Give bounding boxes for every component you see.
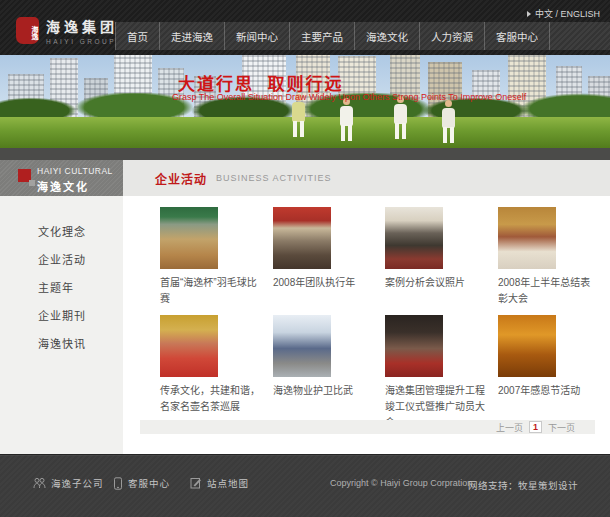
company-name-cn: 海逸集团 xyxy=(46,16,118,36)
main-panel: 企业活动 BUSINESS ACTIVITIES 首届“海逸杯”羽毛球比赛 20… xyxy=(123,160,610,454)
sidebar-menu: 文化理念 企业活动 主题年 企业期刊 海逸快讯 xyxy=(0,218,123,358)
activity-photo[interactable] xyxy=(385,207,443,269)
activity-photo[interactable] xyxy=(160,315,218,377)
nav-item-hr[interactable]: 人力资源 xyxy=(420,22,485,50)
hero-banner: 大道行思 取则行远 Grasp The Overall Situation Dr… xyxy=(0,55,610,148)
prev-page-button[interactable]: 上一页 xyxy=(496,421,523,434)
nav-item-label: 新闻中心 xyxy=(236,29,278,44)
sidebar-item-culture-idea[interactable]: 文化理念 xyxy=(0,218,123,246)
activity-photo[interactable] xyxy=(498,207,556,269)
person-figure xyxy=(340,106,353,126)
logo-text: 海逸集团 HAIYI GROUP xyxy=(46,16,118,45)
activity-caption[interactable]: 传承文化，共建和谐，名家名壶名茶巡展 xyxy=(160,383,261,415)
nav-item-label: 海逸文化 xyxy=(366,29,408,44)
sidebar: HAIYI CULTURAL 海逸文化 文化理念 企业活动 主题年 企业期刊 海… xyxy=(0,160,123,454)
activity-caption[interactable]: 案例分析会议照片 xyxy=(385,275,486,291)
brand-mark-icon xyxy=(18,169,31,182)
activity-item: 2008年上半年总结表彰大会 xyxy=(498,207,599,307)
sidebar-title-en: HAIYI CULTURAL xyxy=(37,166,113,176)
next-page-button[interactable]: 下一页 xyxy=(548,421,575,434)
activity-item: 首届“海逸杯”羽毛球比赛 xyxy=(160,207,261,307)
support-credit-text: 网络支持：牧星策划设计 xyxy=(468,478,578,492)
person-figure xyxy=(442,108,455,128)
activity-caption[interactable]: 海逸物业护卫比武 xyxy=(273,383,374,399)
sidebar-item-activities[interactable]: 企业活动 xyxy=(0,246,123,274)
nav-item-label: 人力资源 xyxy=(431,29,473,44)
company-name-en: HAIYI GROUP xyxy=(46,38,118,45)
nav-item-about[interactable]: 走进海逸 xyxy=(160,22,225,50)
language-switch[interactable]: 中文 / ENGLISH xyxy=(527,7,600,20)
activity-caption[interactable]: 2008年团队执行年 xyxy=(273,275,374,291)
activity-photo[interactable] xyxy=(385,315,443,377)
footer-link-subsidiaries[interactable]: 海逸子公司 xyxy=(33,476,104,490)
activity-item: 海逸物业护卫比武 xyxy=(273,315,374,399)
nav-item-culture[interactable]: 海逸文化 xyxy=(355,22,420,50)
banner-slogan-en: Grasp The Overall Situation Draw Widely … xyxy=(172,92,526,102)
footer-link-label: 客服中心 xyxy=(128,476,170,490)
footer-link-label: 站点地图 xyxy=(207,476,249,490)
nav-item-label: 主要产品 xyxy=(301,29,343,44)
page: 海逸 海逸集团 HAIYI GROUP 中文 / ENGLISH 首页 走进海逸… xyxy=(0,0,610,517)
site-footer: 海逸子公司 客服中心 站点地图 Copyright © Haiyi Group … xyxy=(0,454,610,517)
subsidiary-icon xyxy=(33,477,46,489)
footer-link-service[interactable]: 客服中心 xyxy=(113,476,170,490)
content-section: HAIYI CULTURAL 海逸文化 文化理念 企业活动 主题年 企业期刊 海… xyxy=(0,160,610,454)
nav-item-home[interactable]: 首页 xyxy=(115,22,160,50)
person-figure xyxy=(394,104,407,124)
logo-seal-icon: 海逸 xyxy=(16,17,39,44)
grass-field xyxy=(0,117,610,148)
person-figure xyxy=(292,102,305,122)
activity-photo[interactable] xyxy=(273,207,331,269)
activity-caption[interactable]: 首届“海逸杯”羽毛球比赛 xyxy=(160,275,261,307)
footer-link-sitemap[interactable]: 站点地图 xyxy=(190,476,249,490)
activity-caption[interactable]: 2008年上半年总结表彰大会 xyxy=(498,275,599,307)
company-logo[interactable]: 海逸 海逸集团 HAIYI GROUP xyxy=(16,16,118,45)
sitemap-icon xyxy=(190,477,202,489)
arrow-right-icon xyxy=(527,11,531,17)
sidebar-item-theme-year[interactable]: 主题年 xyxy=(0,274,123,302)
copyright-text: Copyright © Haiyi Group Corpration xyxy=(330,478,472,488)
sidebar-item-periodical[interactable]: 企业期刊 xyxy=(0,302,123,330)
nav-item-news[interactable]: 新闻中心 xyxy=(225,22,290,50)
nav-item-label: 客服中心 xyxy=(496,29,538,44)
activity-item: 2008年团队执行年 xyxy=(273,207,374,291)
nav-item-label: 首页 xyxy=(127,29,148,44)
footer-link-label: 海逸子公司 xyxy=(51,476,104,490)
activity-item: 传承文化，共建和谐，名家名壶名茶巡展 xyxy=(160,315,261,415)
page-title-bar: 企业活动 BUSINESS ACTIVITIES xyxy=(123,160,610,196)
pagination: 上一页 1 下一页 xyxy=(140,420,595,434)
nav-item-products[interactable]: 主要产品 xyxy=(290,22,355,50)
page-title-cn: 企业活动 xyxy=(155,170,207,187)
nav-item-label: 走进海逸 xyxy=(171,29,213,44)
sidebar-item-express[interactable]: 海逸快讯 xyxy=(0,330,123,358)
section-divider xyxy=(0,148,610,160)
activity-item: 案例分析会议照片 xyxy=(385,207,486,291)
main-nav: 首页 走进海逸 新闻中心 主要产品 海逸文化 人力资源 客服中心 xyxy=(115,22,610,50)
language-switch-label: 中文 / ENGLISH xyxy=(535,7,600,20)
sidebar-header: HAIYI CULTURAL 海逸文化 xyxy=(0,160,123,196)
service-icon xyxy=(113,477,123,490)
current-page-number[interactable]: 1 xyxy=(529,421,542,433)
activity-photo[interactable] xyxy=(498,315,556,377)
site-header: 海逸 海逸集团 HAIYI GROUP 中文 / ENGLISH 首页 走进海逸… xyxy=(0,0,610,55)
nav-item-service[interactable]: 客服中心 xyxy=(485,22,550,50)
activity-item: 海逸集团管理提升工程竣工仪式暨推广动员大会 xyxy=(385,315,486,431)
page-title-en: BUSINESS ACTIVITIES xyxy=(216,173,332,183)
activity-item: 2007年感恩节活动 xyxy=(498,315,599,399)
sidebar-titles: HAIYI CULTURAL 海逸文化 xyxy=(37,166,113,194)
sidebar-title-cn: 海逸文化 xyxy=(37,178,113,194)
activity-caption[interactable]: 2007年感恩节活动 xyxy=(498,383,599,399)
activity-photo[interactable] xyxy=(160,207,218,269)
activity-photo[interactable] xyxy=(273,315,331,377)
